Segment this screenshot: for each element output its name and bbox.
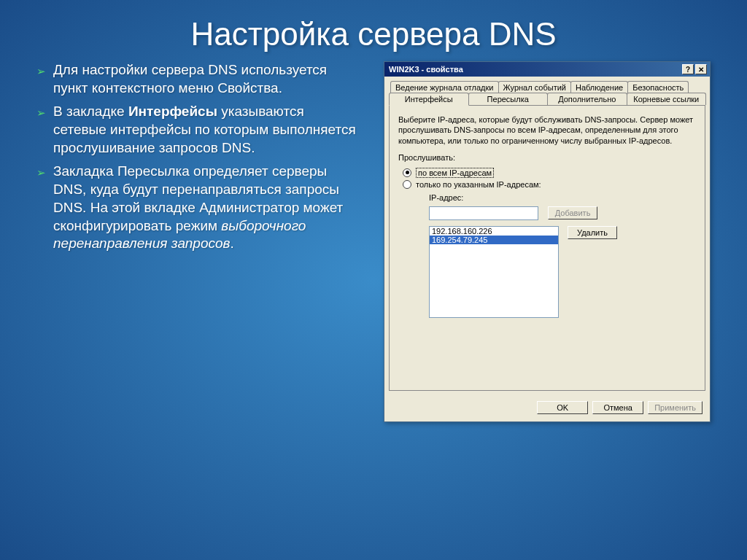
bullet-text: Закладка Пересылка определяет серверы DN… [53,163,360,252]
bullet-item: ➢ В закладке Интерфейсы указываются сете… [36,103,360,157]
radio-specified-addresses[interactable]: только по указанным IP-адресам: [403,180,696,189]
add-button[interactable]: Добавить [548,206,597,219]
tab-root-hints[interactable]: Корневые ссылки [627,93,707,105]
radio-all-addresses[interactable]: по всем IP-адресам [403,168,696,178]
bullet-marker-icon: ➢ [36,166,46,179]
bullet-item: ➢ Закладка Пересылка определяет серверы … [36,163,360,252]
help-button[interactable]: ? [682,64,694,74]
dialog-titlebar[interactable]: WIN2K3 - свойства ? ✕ [384,62,710,77]
radio-specified-label: только по указанным IP-адресам: [416,180,541,189]
slide-title: Настройка сервера DNS [0,0,747,61]
ip-address-input[interactable] [429,206,538,220]
tab-debug-log[interactable]: Ведение журнала отладки [390,81,499,93]
remove-button[interactable]: Удалить [568,226,617,239]
list-item[interactable]: 192.168.160.226 [430,227,558,236]
bullet-item: ➢ Для настройки сервера DNS используется… [36,61,360,97]
tab-interfaces[interactable]: Интерфейсы [389,93,469,106]
radio-all-label: по всем IP-адресам [416,168,494,178]
ip-address-listbox[interactable]: 192.168.160.226 169.254.79.245 [429,226,559,318]
bullet-text: В закладке Интерфейсы указываются сетевы… [53,103,360,157]
tab-event-log[interactable]: Журнал событий [498,81,571,93]
bullet-list: ➢ Для настройки сервера DNS используется… [36,61,360,422]
apply-button[interactable]: Применить [648,401,703,414]
list-item[interactable]: 169.254.79.245 [430,236,558,244]
ok-button[interactable]: OK [537,401,588,414]
radio-icon [403,168,411,177]
close-button[interactable]: ✕ [695,64,707,74]
tab-panel-interfaces: Выберите IP-адреса, которые будут обслуж… [389,105,705,391]
properties-dialog: WIN2K3 - свойства ? ✕ Ведение журнала от… [384,61,711,422]
tab-monitoring[interactable]: Наблюдение [570,81,628,93]
tab-advanced[interactable]: Дополнительно [547,93,627,105]
dialog-title: WIN2K3 - свойства [389,65,463,74]
bullet-marker-icon: ➢ [36,65,46,78]
listen-label: Прослушивать: [398,153,696,162]
radio-icon [403,180,411,189]
tab-forwarding[interactable]: Пересылка [468,93,549,105]
ip-address-label: IP-адрес: [429,193,696,202]
cancel-button[interactable]: Отмена [592,401,643,414]
tab-security[interactable]: Безопасность [627,81,689,93]
bullet-text: Для настройки сервера DNS используется п… [53,61,360,97]
bullet-marker-icon: ➢ [36,106,46,120]
panel-description: Выберите IP-адреса, которые будут обслуж… [398,114,696,146]
